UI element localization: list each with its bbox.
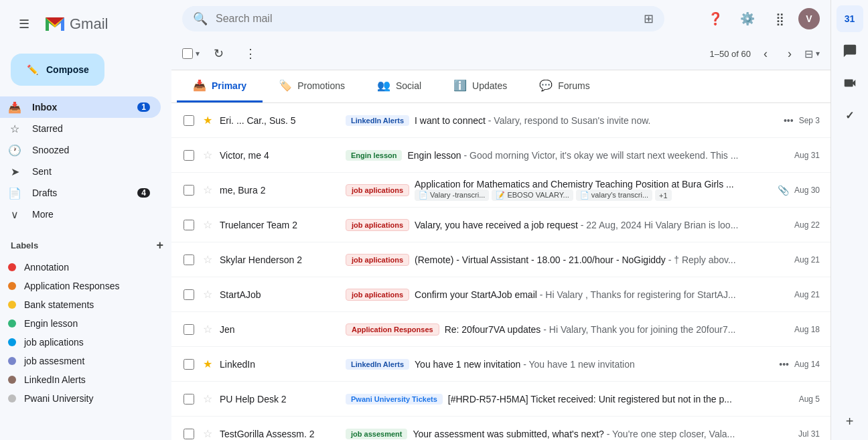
label-item-pwani-university[interactable]: Pwani University [0, 389, 161, 408]
row-checkbox[interactable] [184, 394, 194, 405]
next-page-button[interactable]: › [780, 44, 799, 63]
star-icon[interactable]: ☆ [201, 288, 214, 301]
email-row[interactable]: ☆ TestGorilla Assessm. 2 job assesment Y… [171, 417, 830, 440]
email-preview: - † Reply abov... [666, 254, 736, 265]
star-icon[interactable]: ☆ [201, 253, 214, 266]
tab-primary[interactable]: 📥 Primary [177, 70, 263, 102]
row-checkbox-area[interactable] [182, 115, 196, 126]
row-checkbox[interactable] [184, 115, 194, 126]
email-row[interactable]: ☆ Skylar Henderson 2 job aplications (Re… [171, 242, 830, 277]
chat-icon[interactable] [837, 38, 863, 64]
email-row[interactable]: ★ Eri. ... Car., Sus. 5 LinkedIn Alerts … [171, 103, 830, 138]
row-checkbox[interactable] [184, 254, 194, 265]
star-icon[interactable]: ☆ [201, 149, 214, 161]
help-button[interactable]: ❓ [702, 5, 729, 32]
promotions-tab-icon: 🏷️ [279, 79, 292, 92]
email-row[interactable]: ☆ Jen Application Responses Re: 20four7V… [171, 312, 830, 347]
meet-icon[interactable] [837, 70, 863, 96]
star-icon[interactable]: ☆ [201, 323, 214, 336]
star-icon[interactable]: ☆ [201, 184, 214, 196]
sidebar-item-drafts[interactable]: 📄 Drafts 4 [0, 182, 161, 204]
search-input[interactable] [216, 13, 636, 25]
row-checkbox[interactable] [184, 429, 194, 439]
more-options-button[interactable]: ⋮ [237, 40, 264, 67]
row-checkbox[interactable] [184, 324, 194, 335]
row-checkbox-area[interactable] [182, 429, 196, 439]
label-dot-pwani-university [8, 394, 16, 402]
tab-updates[interactable]: ℹ️ Updates [437, 70, 523, 102]
star-icon[interactable]: ★ [201, 358, 214, 370]
star-icon[interactable]: ☆ [201, 427, 214, 440]
sidebar-item-sent[interactable]: ➤ Sent [0, 161, 161, 182]
label-item-engin-lesson[interactable]: Engin lesson [0, 314, 161, 333]
row-checkbox[interactable] [184, 185, 194, 196]
email-row[interactable]: ★ LinkedIn LinkedIn Alerts You have 1 ne… [171, 347, 830, 382]
email-row[interactable]: ☆ me, Bura 2 job aplications Application… [171, 173, 830, 208]
label-item-job-aplications[interactable]: job aplications [0, 333, 161, 352]
star-icon[interactable]: ☆ [201, 392, 214, 405]
row-checkbox[interactable] [184, 220, 194, 230]
logo[interactable]: Gmail [43, 15, 108, 33]
star-icon[interactable]: ☆ [201, 218, 214, 231]
add-label-button[interactable]: + [153, 236, 166, 255]
row-checkbox[interactable] [184, 359, 194, 370]
email-toolbar: ▾ ↻ ⋮ 1–50 of 60 ‹ › ⊟ ▾ [171, 38, 830, 70]
view-toggle[interactable]: ⊟ ▾ [804, 48, 820, 60]
email-subject: (Remote) - Virtual Assistant - 18.00 - 2… [415, 254, 666, 265]
prev-page-button[interactable]: ‹ [756, 44, 775, 63]
tasks-icon[interactable]: ✓ [837, 102, 863, 129]
label-label-job-assesment: job assesment [24, 356, 84, 366]
row-checkbox-area[interactable] [182, 359, 196, 370]
star-icon[interactable]: ★ [201, 114, 214, 127]
row-checkbox-area[interactable] [182, 289, 196, 300]
email-row[interactable]: ☆ Truelancer Team 2 job aplications Vala… [171, 208, 830, 242]
row-checkbox[interactable] [184, 150, 194, 161]
email-preview: - You're one step closer, Vala... [604, 429, 735, 439]
row-checkbox[interactable] [184, 289, 194, 300]
label-item-job-assesment[interactable]: job assesment [0, 352, 161, 370]
label-label-annotation: Annotation [24, 262, 69, 273]
sidebar-item-starred[interactable]: ☆ Starred [0, 118, 161, 139]
sidebar-item-inbox[interactable]: 📥 Inbox 1 [0, 96, 161, 118]
sidebar-item-more[interactable]: ∨ More [0, 204, 161, 225]
refresh-button[interactable]: ↻ [205, 40, 232, 67]
email-tag: job aplications [346, 184, 409, 196]
row-checkbox-area[interactable] [182, 254, 196, 265]
email-row[interactable]: ☆ Victor, me 4 Engin lesson Engin lesson… [171, 138, 830, 173]
email-preview: - Good morning Victor, it's okay we will… [461, 150, 739, 161]
social-tab-icon: 👥 [377, 79, 390, 92]
row-checkbox-area[interactable] [182, 185, 196, 196]
email-subject: Valary, you have received a job request [415, 220, 578, 230]
select-all-area[interactable]: ▾ [182, 48, 200, 59]
tab-forums[interactable]: 💬 Forums [523, 70, 605, 102]
label-item-linkedin-alerts[interactable]: LinkedIn Alerts [0, 370, 161, 389]
tab-promotions[interactable]: 🏷️ Promotions [263, 70, 361, 102]
select-dropdown-icon[interactable]: ▾ [196, 49, 200, 58]
calendar-icon[interactable]: 31 [837, 5, 863, 32]
label-label-linkedin-alerts: LinkedIn Alerts [24, 374, 86, 385]
tab-social[interactable]: 👥 Social [361, 70, 437, 102]
row-checkbox-area[interactable] [182, 394, 196, 405]
search-bar[interactable]: 🔍 ⊞ [182, 6, 664, 31]
email-row[interactable]: ☆ PU Help Desk 2 Pwani University Ticket… [171, 382, 830, 417]
label-dot-bank-statements [8, 301, 16, 309]
inbox-icon: 📥 [8, 101, 21, 114]
avatar[interactable]: V [798, 8, 820, 29]
search-filters-icon[interactable]: ⊞ [644, 11, 654, 26]
more-label: More [32, 209, 150, 220]
apps-button[interactable]: ⣿ [766, 5, 793, 32]
compose-button[interactable]: ✏️ Compose [11, 54, 104, 86]
row-checkbox-area[interactable] [182, 150, 196, 161]
email-row[interactable]: ☆ StartAJob job aplications Confirm your… [171, 277, 830, 312]
row-checkbox-area[interactable] [182, 220, 196, 230]
settings-button[interactable]: ⚙️ [734, 5, 761, 32]
row-checkbox-area[interactable] [182, 324, 196, 335]
add-apps-button[interactable]: + [837, 408, 863, 435]
label-item-annotation[interactable]: Annotation [0, 258, 161, 277]
label-item-bank-statements[interactable]: Bank statements [0, 295, 161, 314]
email-meta: 📎 Aug 30 [778, 185, 820, 196]
menu-icon[interactable]: ☰ [11, 11, 38, 38]
sidebar-item-snoozed[interactable]: 🕐 Snoozed [0, 139, 161, 161]
label-item-application-responses[interactable]: Application Responses [0, 277, 161, 295]
select-all-checkbox[interactable] [182, 48, 193, 59]
